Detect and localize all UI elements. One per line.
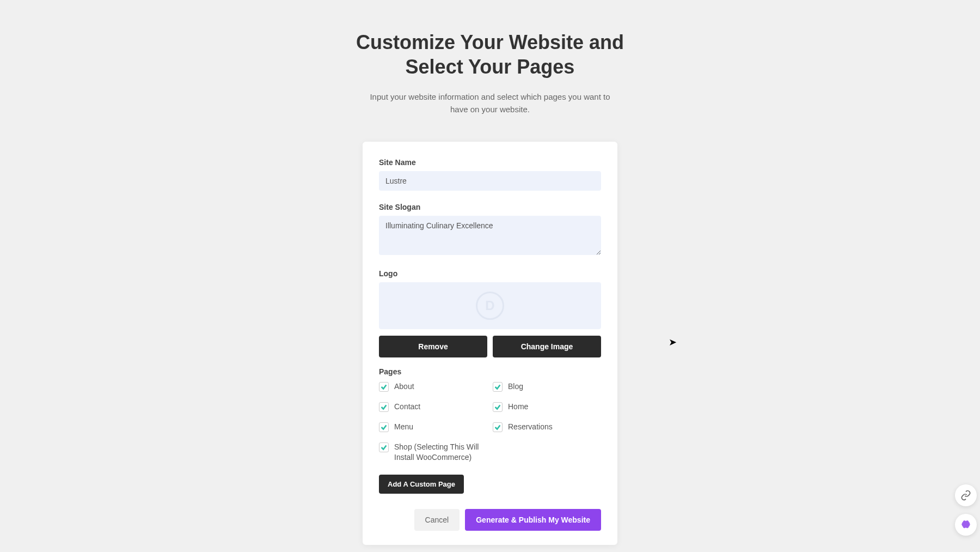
page-item-label: About bbox=[394, 381, 414, 392]
change-image-button[interactable]: Change Image bbox=[493, 336, 601, 357]
customize-form-card: Site Name Site Slogan Logo D Remove Chan… bbox=[363, 142, 617, 545]
pages-grid: About Blog Contact Home Menu Reservation… bbox=[379, 381, 601, 463]
site-slogan-label: Site Slogan bbox=[379, 203, 601, 211]
ai-float-button[interactable] bbox=[955, 514, 977, 536]
site-name-label: Site Name bbox=[379, 158, 601, 167]
remove-logo-button[interactable]: Remove bbox=[379, 336, 487, 357]
page-checkbox-about[interactable]: About bbox=[379, 381, 487, 392]
page-subtitle: Input your website information and selec… bbox=[362, 91, 618, 116]
check-icon bbox=[379, 422, 389, 432]
link-icon bbox=[960, 490, 971, 501]
site-name-input[interactable] bbox=[379, 171, 601, 191]
page-item-label: Reservations bbox=[508, 422, 553, 432]
link-float-button[interactable] bbox=[955, 484, 977, 506]
add-custom-page-button[interactable]: Add A Custom Page bbox=[379, 475, 464, 494]
logo-placeholder-icon: D bbox=[476, 292, 504, 320]
page-item-label: Contact bbox=[394, 402, 420, 412]
logo-group: Logo D Remove Change Image bbox=[379, 269, 601, 357]
page-checkbox-menu[interactable]: Menu bbox=[379, 422, 487, 432]
page-checkbox-contact[interactable]: Contact bbox=[379, 402, 487, 412]
page-checkbox-reservations[interactable]: Reservations bbox=[493, 422, 601, 432]
pages-label: Pages bbox=[379, 367, 601, 376]
generate-publish-button[interactable]: Generate & Publish My Website bbox=[465, 509, 601, 531]
check-icon bbox=[493, 402, 503, 412]
check-icon bbox=[379, 402, 389, 412]
check-icon bbox=[379, 442, 389, 452]
site-name-group: Site Name bbox=[379, 158, 601, 191]
page-checkbox-blog[interactable]: Blog bbox=[493, 381, 601, 392]
page-item-label: Blog bbox=[508, 381, 523, 392]
check-icon bbox=[493, 422, 503, 432]
site-slogan-group: Site Slogan bbox=[379, 203, 601, 257]
page-item-label: Home bbox=[508, 402, 528, 412]
floating-actions bbox=[955, 484, 977, 536]
page-title: Customize Your Website and Select Your P… bbox=[327, 30, 653, 79]
form-footer: Cancel Generate & Publish My Website bbox=[379, 509, 601, 531]
check-icon bbox=[379, 382, 389, 392]
check-icon bbox=[493, 382, 503, 392]
page-item-label: Shop (Selecting This Will Install WooCom… bbox=[394, 442, 487, 463]
page-checkbox-home[interactable]: Home bbox=[493, 402, 601, 412]
logo-label: Logo bbox=[379, 269, 601, 278]
site-slogan-input[interactable] bbox=[379, 216, 601, 255]
brain-icon bbox=[960, 519, 971, 530]
page-checkbox-shop[interactable]: Shop (Selecting This Will Install WooCom… bbox=[379, 442, 487, 463]
logo-preview: D bbox=[379, 282, 601, 329]
cancel-button[interactable]: Cancel bbox=[414, 509, 460, 531]
page-item-label: Menu bbox=[394, 422, 413, 432]
